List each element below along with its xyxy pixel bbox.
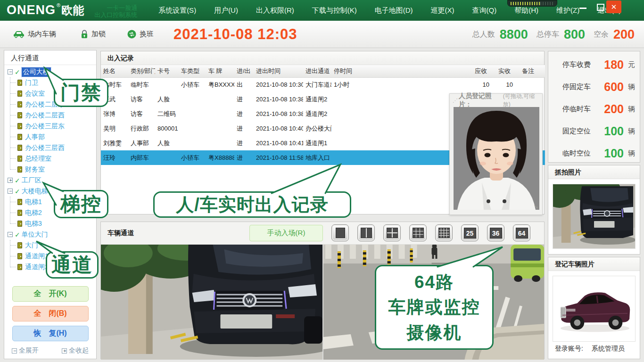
tree-node-elevator-3[interactable]: 电梯3 [4,218,96,229]
manual-entry-button[interactable]: 手动入场(R) [249,225,323,241]
collapse-all-link[interactable]: 全收起 [62,346,89,355]
menu-item[interactable]: 出入权限(R) [247,0,303,21]
callout-door-access: 门禁 [54,79,108,107]
view-25-button[interactable]: 25 [461,224,479,241]
cell-name: 张博 [101,107,128,121]
records-header: 姓名 类别/部门 卡号 车类型 车 牌 进/出 进出时间 进出通道 停时间 应收… [101,65,545,77]
open-all-button[interactable]: 全 开(K) [12,286,89,302]
tree-node-office-3f-west[interactable]: 办公楼三层西 [4,142,96,153]
person-portrait-image [454,107,539,210]
collapse-all-icon [62,348,67,354]
person-photo-panel[interactable]: 人员登记照片： (可拖动,可缩放) [449,93,543,215]
cell-card-no: 人脸 [155,92,179,107]
column-header-vehicle-type[interactable]: 车类型 [179,65,206,77]
capture-photo[interactable] [553,184,636,249]
view-grid-2-button[interactable] [357,224,375,241]
menu-item[interactable]: 下载与控制(K) [303,0,366,21]
tree-node-gm-office[interactable]: 总经理室 [4,153,96,164]
cell-category: 临时车 [128,77,155,92]
in-field-vehicles-button[interactable]: 场内车辆 [13,30,56,39]
column-header-name[interactable]: 姓名 [101,65,128,77]
video-toolbar: 车辆通道 手动入场(R) 25 36 64 [101,222,544,245]
expand-all-link[interactable]: 全展开 [12,346,39,355]
door-icon [17,134,22,140]
cell-time: 2021-10-08 11:58:00 [254,150,303,165]
column-header-channel[interactable]: 进出通道 [303,65,331,77]
column-header-in-out[interactable]: 进/出 [234,65,254,77]
minimize-icon[interactable] [579,8,586,9]
registered-vehicle-image [553,276,635,341]
stat-label: 停临时车 [562,105,591,114]
door-icon [17,253,22,259]
registered-vehicle-photo[interactable] [553,276,636,342]
cell-time: 2021-10-08 10:30:00 [254,77,303,92]
tree-node-main-gate[interactable]: 大门 [4,240,96,251]
table-row[interactable]: 临时车 临时车 小轿车 粤BXXXXX 出 2021-10-08 10:30:0… [101,77,545,92]
column-header-time[interactable]: 进出时间 [254,65,303,77]
view-64-button[interactable]: 64 [513,224,530,241]
stat-parking-fee: 停车收费 180 元 [548,54,640,76]
collapse-icon[interactable] [8,232,13,237]
view-grid-9-button[interactable] [409,224,427,241]
resize-handle-icon[interactable] [534,203,538,210]
maximize-icon[interactable] [597,4,604,11]
close-all-button[interactable]: 全 闭(B) [12,306,89,321]
person-photo[interactable] [454,107,539,210]
column-header-due[interactable]: 应收 [472,65,496,77]
menu-item[interactable]: 用户(U) [205,0,247,21]
current-datetime: 2021-10-08 12:03 [173,26,297,43]
close-icon[interactable]: ✕ [606,0,621,13]
callout-elevator-control: 梯控 [54,190,108,218]
menu-item[interactable]: 系统设置(S) [149,0,205,21]
tree-node-finance-office[interactable]: 财务室 [4,164,96,175]
column-header-duration[interactable]: 停时间 [331,65,472,77]
cell-plate [206,107,234,121]
stat-unit: 辆 [628,105,635,114]
tree-links: 全展开 全收起 [4,346,96,355]
cell-due: 10 [472,77,496,92]
login-account-row: 登录账号: 系统管理员 [555,345,625,353]
stat-unit: 元 [628,60,635,69]
stat-value: 100 [591,124,624,138]
menu-item[interactable]: 电子地图(D) [366,0,422,21]
tree-node-factory-area[interactable]: 工厂区 [4,175,96,186]
tree-node-office-3f-east[interactable]: 办公楼三层东 [4,121,96,132]
column-header-category[interactable]: 类别/部门 [128,65,155,77]
menu-item[interactable]: 查询(Q) [463,0,506,21]
column-header-plate[interactable]: 车 牌 [206,65,234,77]
view-36-button[interactable]: 36 [487,224,504,241]
column-header-remark[interactable]: 备注 [520,65,545,77]
tree-node-hr-dept[interactable]: 人事部 [4,132,96,142]
callout-camera-line2: 车牌或监控 [388,295,480,320]
lock-button[interactable]: 加锁 [81,30,106,39]
tree-node-unit-gate[interactable]: 单位大门 [4,229,96,240]
shift-change-icon [127,30,136,39]
restore-button[interactable]: 恢 复(H) [12,326,89,341]
drag-grip-icon[interactable] [453,98,458,104]
total-parking-label: 总停车 [537,30,559,40]
callout-camera-line1: 64路 [414,270,454,295]
menu-item[interactable]: 巡更(X) [422,0,463,21]
tree-node-office-2f-west[interactable]: 办公楼二层西 [4,110,96,121]
grid-2-icon [361,228,372,238]
collapse-icon[interactable] [8,189,13,194]
camera-view-1[interactable] [101,245,322,360]
view-grid-1-button[interactable] [331,224,349,241]
tagline-line1: 一卡一脸通 [94,4,137,11]
door-icon [17,221,22,227]
grid-25-icon: 25 [464,228,476,239]
expand-icon[interactable] [8,178,13,183]
shift-change-button[interactable]: 换班 [127,30,154,39]
tree-node-company-building[interactable]: 公司大楼 [4,66,96,77]
collapse-icon[interactable] [8,69,13,74]
stat-value: 180 [591,58,624,72]
cell-card-no [155,150,179,165]
view-grid-16-button[interactable] [435,224,453,241]
column-header-paid[interactable]: 实收 [496,65,520,77]
cell-category: 人事部 [128,136,155,150]
stat-value: 100 [591,147,624,160]
view-grid-4-button[interactable] [383,224,401,241]
login-account-value: 系统管理员 [592,345,625,352]
cell-channel: 通道闸2 [303,92,331,107]
column-header-card-no[interactable]: 卡号 [155,65,179,77]
